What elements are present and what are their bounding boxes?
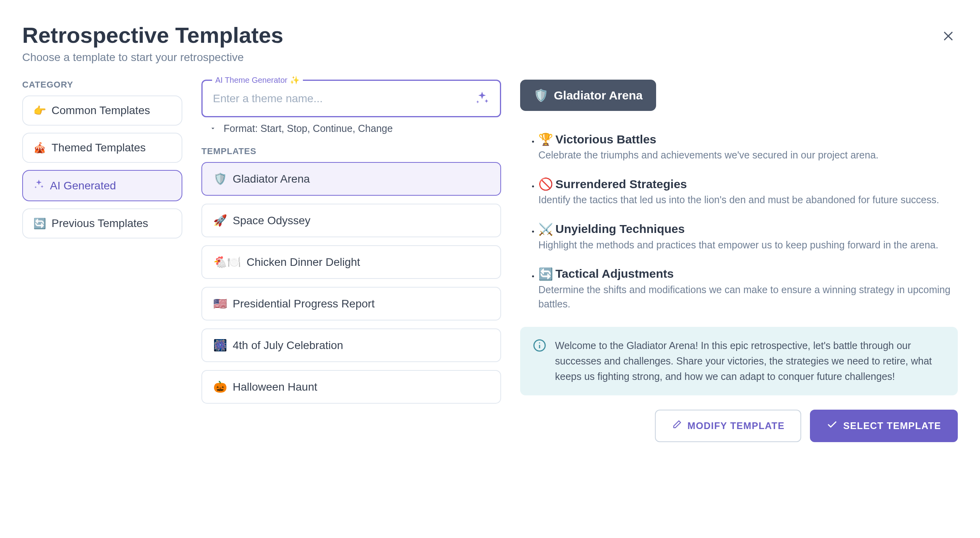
fireworks-icon: 🎆 — [213, 339, 227, 352]
chevron-down-icon[interactable] — [209, 123, 216, 134]
template-space-odyssey[interactable]: 🚀 Space Odyssey — [201, 204, 501, 237]
info-text: Welcome to the Gladiator Arena! In this … — [555, 338, 945, 384]
template-gladiator-arena[interactable]: 🛡️ Gladiator Arena — [201, 162, 501, 196]
category-label: CATEGORY — [22, 80, 182, 90]
pencil-icon — [672, 420, 682, 432]
check-icon — [827, 419, 838, 433]
ai-theme-legend: AI Theme Generator ✨ — [212, 75, 303, 85]
info-icon — [533, 339, 546, 384]
swords-icon: ⚔️ — [538, 222, 553, 236]
pointing-right-icon: 👉 — [33, 105, 46, 117]
preview-section-desc: Identify the tactics that led us into th… — [538, 193, 958, 207]
template-item-label: Halloween Haunt — [233, 381, 317, 393]
format-row: Format: Start, Stop, Continue, Change — [209, 123, 501, 134]
template-presidential[interactable]: 🇺🇸 Presidential Progress Report — [201, 287, 501, 321]
cycle-icon: 🔄 — [538, 267, 553, 281]
template-item-label: Gladiator Arena — [233, 173, 310, 185]
sparkles-icon — [33, 179, 44, 193]
button-label: Modify Template — [687, 420, 785, 431]
title-block: Retrospective Templates Choose a templat… — [22, 22, 283, 64]
templates-dialog: Retrospective Templates Choose a templat… — [0, 0, 980, 458]
ai-generate-button[interactable] — [475, 90, 490, 107]
chicken-icon: 🐔🍽️ — [213, 256, 241, 269]
shield-icon: 🛡️ — [213, 172, 227, 185]
no-entry-icon: 🚫 — [538, 177, 553, 191]
button-label: Select Template — [843, 420, 941, 431]
preview-section: ⚔️Unyielding Techniques Highlight the me… — [538, 222, 958, 252]
close-button[interactable] — [939, 25, 958, 48]
templates-label: TEMPLATES — [201, 146, 501, 156]
ai-theme-field[interactable]: AI Theme Generator ✨ — [201, 80, 501, 117]
dialog-subtitle: Choose a template to start your retrospe… — [22, 51, 283, 64]
preview-sections: 🏆Victorious Battles Celebrate the triump… — [520, 132, 958, 311]
category-label-text: Previous Templates — [52, 217, 148, 230]
preview-section-desc: Determine the shifts and modifications w… — [538, 282, 958, 311]
info-box: Welcome to the Gladiator Arena! In this … — [520, 327, 958, 395]
category-previous-templates[interactable]: 🔄 Previous Templates — [22, 208, 182, 238]
preview-section-title: 🔄Tactical Adjustments — [538, 267, 958, 281]
category-themed-templates[interactable]: 🎪 Themed Templates — [22, 133, 182, 163]
template-item-label: Presidential Progress Report — [233, 298, 375, 310]
category-column: CATEGORY 👉 Common Templates 🎪 Themed Tem… — [22, 80, 182, 442]
preview-section-desc: Celebrate the triumphs and achievements … — [538, 148, 958, 162]
rocket-icon: 🚀 — [213, 214, 227, 227]
preview-column: 🛡️ Gladiator Arena 🏆Victorious Battles C… — [520, 80, 958, 442]
template-item-label: Space Odyssey — [233, 214, 310, 227]
templates-column: AI Theme Generator ✨ Format: Start, Stop… — [201, 80, 501, 442]
preview-section-title: ⚔️Unyielding Techniques — [538, 222, 958, 236]
category-common-templates[interactable]: 👉 Common Templates — [22, 95, 182, 126]
template-halloween[interactable]: 🎃 Halloween Haunt — [201, 370, 501, 404]
dialog-title: Retrospective Templates — [22, 22, 283, 48]
dialog-header: Retrospective Templates Choose a templat… — [22, 22, 958, 64]
shield-icon: 🛡️ — [534, 88, 548, 102]
pumpkin-icon: 🎃 — [213, 380, 227, 393]
template-item-label: Chicken Dinner Delight — [247, 256, 360, 269]
sparkles-icon — [475, 90, 490, 107]
category-label-text: Themed Templates — [52, 141, 146, 154]
svg-point-4 — [539, 342, 540, 343]
template-item-label: 4th of July Celebration — [233, 339, 343, 352]
category-label-text: AI Generated — [50, 179, 116, 192]
preview-section-desc: Highlight the methods and practices that… — [538, 238, 958, 252]
template-4th-july[interactable]: 🎆 4th of July Celebration — [201, 328, 501, 362]
select-template-button[interactable]: Select Template — [810, 410, 958, 442]
close-icon — [942, 27, 955, 46]
category-ai-generated[interactable]: AI Generated — [22, 170, 182, 201]
preview-section: 🔄Tactical Adjustments Determine the shif… — [538, 267, 958, 311]
repeat-icon: 🔄 — [33, 217, 46, 230]
dialog-content: CATEGORY 👉 Common Templates 🎪 Themed Tem… — [22, 80, 958, 442]
preview-actions: Modify Template Select Template — [520, 410, 958, 442]
format-label: Format: Start, Stop, Continue, Change — [224, 123, 393, 134]
preview-title-badge: 🛡️ Gladiator Arena — [520, 80, 656, 111]
flag-us-icon: 🇺🇸 — [213, 297, 227, 310]
preview-section-title: 🚫Surrendered Strategies — [538, 177, 958, 191]
preview-title: Gladiator Arena — [554, 89, 643, 102]
preview-section-title: 🏆Victorious Battles — [538, 132, 958, 146]
template-chicken-dinner[interactable]: 🐔🍽️ Chicken Dinner Delight — [201, 245, 501, 279]
ai-theme-input[interactable] — [213, 92, 475, 105]
preview-section: 🏆Victorious Battles Celebrate the triump… — [538, 132, 958, 162]
category-label-text: Common Templates — [52, 104, 150, 117]
circus-icon: 🎪 — [33, 142, 46, 154]
trophy-icon: 🏆 — [538, 132, 553, 146]
preview-section: 🚫Surrendered Strategies Identify the tac… — [538, 177, 958, 207]
modify-template-button[interactable]: Modify Template — [655, 410, 801, 442]
